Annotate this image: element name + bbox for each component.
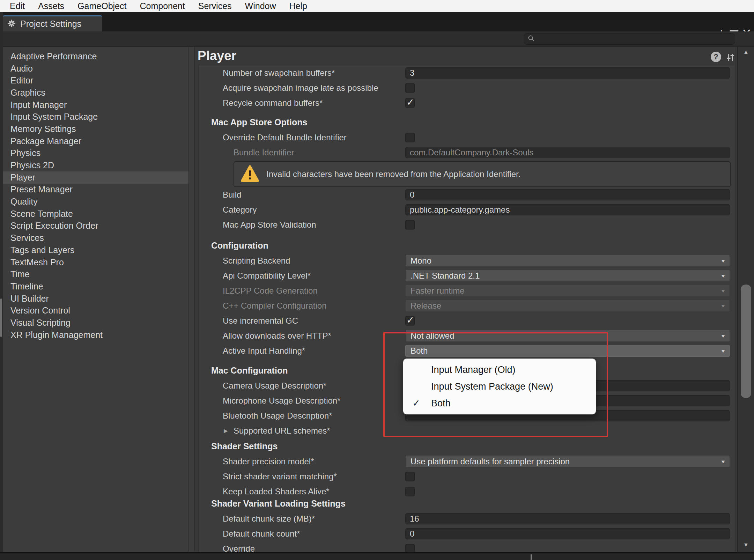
menu-item-window[interactable]: Window (245, 1, 276, 11)
sidebar-item-input-system-package[interactable]: Input System Package (3, 111, 188, 123)
sidebar-item-timeline[interactable]: Timeline (3, 280, 188, 293)
menu-item-component[interactable]: Component (140, 1, 185, 11)
field-label: Default chunk size (MB)* (223, 514, 315, 524)
field-label: Category (223, 205, 257, 215)
settings-row: Strict shader variant matching* (199, 469, 734, 484)
vertical-scrollbar[interactable]: ▲ ▼ (737, 47, 754, 552)
field-label: Microphone Usage Description* (223, 396, 341, 406)
chevron-down-icon: ▼ (720, 303, 726, 308)
scroll-down-icon[interactable]: ▼ (743, 542, 749, 548)
dropdown-shader-precision-model[interactable]: Use platform defaults for sampler precis… (405, 456, 730, 467)
search-input[interactable] (538, 34, 735, 44)
sidebar-item-input-manager[interactable]: Input Manager (3, 99, 188, 111)
sidebar-item-version-control[interactable]: Version Control (3, 304, 188, 317)
text-field-bundle-identifier[interactable] (405, 147, 730, 158)
settings-row: Number of swapchain buffers* (199, 65, 734, 80)
sidebar-item-services[interactable]: Services (3, 232, 188, 244)
sidebar-item-time[interactable]: Time (3, 268, 188, 280)
dropdown-scripting-backend[interactable]: Mono▼ (405, 255, 730, 267)
window-tab-strip: Project Settings ⋮ × (0, 12, 754, 31)
sidebar-item-memory-settings[interactable]: Memory Settings (3, 123, 188, 135)
sidebar-item-textmesh-pro[interactable]: TextMesh Pro (3, 256, 188, 268)
warning-icon (241, 165, 259, 184)
field-label: Scripting Backend (223, 256, 290, 266)
sidebar-item-tags-and-layers[interactable]: Tags and Layers (3, 244, 188, 256)
settings-row: Acquire swapchain image late as possible (199, 80, 734, 95)
dropdown-api-compatibility-level[interactable]: .NET Standard 2.1▼ (405, 270, 730, 282)
sidebar-item-ui-builder[interactable]: UI Builder (3, 293, 188, 305)
section-title: Configuration (211, 241, 268, 251)
checkbox-use-incremental-gc[interactable]: ✓ (405, 316, 415, 325)
sidebar-item-scene-template[interactable]: Scene Template (3, 208, 188, 220)
checkbox-keep-loaded-shaders-alive[interactable] (405, 487, 415, 496)
sidebar-item-physics[interactable]: Physics (3, 147, 188, 160)
sidebar-item-physics-2d[interactable]: Physics 2D (3, 159, 188, 171)
field-label: C++ Compiler Configuration (223, 301, 326, 311)
field-label: Default chunk count* (223, 529, 300, 539)
text-field-default-chunk-size-mb[interactable] (405, 513, 730, 524)
sidebar-item-xr-plugin-management[interactable]: XR Plugin Management (3, 329, 188, 341)
section-title: Shader Settings (211, 441, 278, 451)
dropdown-value: Release (411, 301, 441, 311)
scrollbar-thumb[interactable] (741, 285, 751, 398)
menu-item-gameobject[interactable]: GameObject (77, 1, 126, 11)
sidebar-item-quality[interactable]: Quality (3, 196, 188, 208)
menu-item-help[interactable]: Help (289, 1, 307, 11)
dropdown-c-compiler-configuration[interactable]: Release▼ (405, 300, 730, 312)
chevron-down-icon: ▼ (720, 273, 726, 278)
sidebar-item-visual-scripting[interactable]: Visual Scripting (3, 317, 188, 329)
field-label: Bluetooth Usage Description* (223, 411, 332, 421)
field-label: Bundle Identifier (234, 148, 294, 157)
sidebar-item-adaptive-performance[interactable]: Adaptive Performance (3, 50, 188, 62)
dropdown-il2cpp-code-generation[interactable]: Faster runtime▼ (405, 285, 730, 297)
settings-row: Override Default Bundle Identifier (199, 130, 734, 145)
settings-row: Bundle Identifier (199, 145, 734, 160)
sidebar-item-player[interactable]: Player (3, 171, 188, 184)
settings-row: Build (199, 187, 734, 202)
dropdown-value: .NET Standard 2.1 (411, 271, 480, 281)
sidebar-item-script-execution-order[interactable]: Script Execution Order (3, 220, 188, 232)
sidebar-item-package-manager[interactable]: Package Manager (3, 135, 188, 147)
search-box[interactable] (524, 33, 735, 45)
field-label: Recycle command buffers* (223, 98, 323, 108)
sidebar-item-audio[interactable]: Audio (3, 62, 188, 75)
tab-project-settings[interactable]: Project Settings (3, 15, 102, 31)
text-field-number-of-swapchain-buffers[interactable] (405, 67, 730, 79)
settings-row: Recycle command buffers*✓ (199, 95, 734, 110)
background-scrollbar-fragment (0, 299, 2, 337)
sidebar-item-editor[interactable]: Editor (3, 74, 188, 87)
text-field-default-chunk-count[interactable] (405, 528, 730, 539)
search-icon (527, 35, 535, 44)
menu-item-edit[interactable]: Edit (10, 1, 25, 11)
checkbox-mac-app-store-validation[interactable] (405, 220, 415, 229)
presets-sliders-icon[interactable] (725, 52, 735, 64)
section-title: Mac App Store Options (211, 117, 307, 127)
foldout-collapsed-icon[interactable]: ▶ (224, 428, 228, 434)
help-icon[interactable]: ? (711, 52, 721, 62)
annotation-red-rectangle (383, 332, 608, 437)
checkbox-recycle-command-buffers[interactable]: ✓ (405, 98, 415, 108)
checkbox-strict-shader-variant-matching[interactable] (405, 472, 415, 481)
chevron-down-icon: ▼ (720, 258, 726, 263)
sidebar-item-preset-manager[interactable]: Preset Manager (3, 184, 188, 196)
chevron-down-icon: ▼ (720, 459, 726, 464)
sidebar-resize-handle[interactable] (188, 47, 195, 552)
checkbox-override-default-bundle-identifier[interactable] (405, 133, 415, 142)
field-label: Acquire swapchain image late as possible (223, 83, 378, 93)
menu-item-assets[interactable]: Assets (38, 1, 64, 11)
checkbox-override[interactable] (405, 544, 415, 552)
content-scrollbar-divider (735, 47, 735, 552)
sidebar-item-graphics[interactable]: Graphics (3, 87, 188, 99)
text-field-category[interactable] (405, 204, 730, 215)
warning-text: Invalid characters have been removed fro… (266, 169, 520, 179)
menu-item-services[interactable]: Services (198, 1, 232, 11)
scroll-up-icon[interactable]: ▲ (743, 49, 749, 55)
checkbox-acquire-swapchain-image-late-as-possible[interactable] (405, 83, 415, 93)
section-header: Configuration (199, 238, 734, 253)
gear-icon (7, 19, 16, 29)
field-label: Allow downloads over HTTP* (223, 331, 331, 341)
text-field-build[interactable] (405, 189, 730, 200)
dropdown-value: Mono (411, 256, 431, 266)
settings-row: Api Compatibility Level*.NET Standard 2.… (199, 268, 734, 283)
player-settings-form: Number of swapchain buffers*Acquire swap… (198, 65, 734, 552)
